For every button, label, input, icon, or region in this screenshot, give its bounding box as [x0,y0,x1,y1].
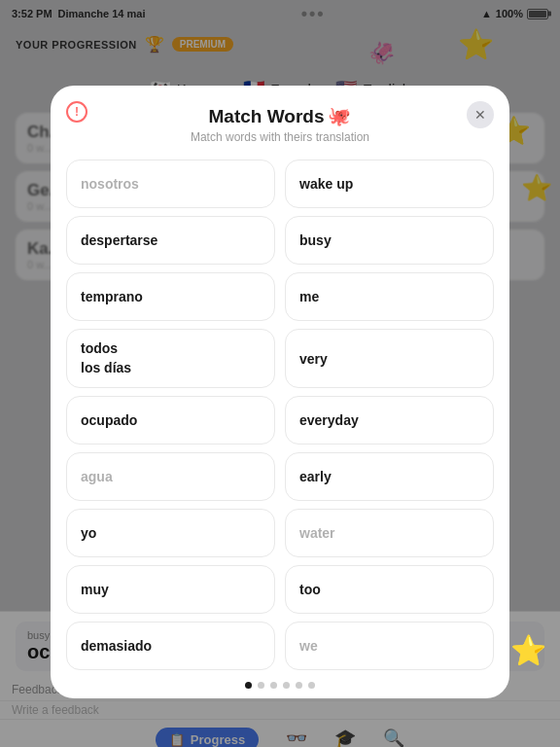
word-card-right-5[interactable]: early [285,452,494,501]
status-left: 3:52 PM Dimanche 14 mai [12,8,145,19]
word-card-left-1[interactable]: despertarse [66,216,275,265]
word-row-7: muy too [66,565,494,614]
word-card-left-7[interactable]: muy [66,565,275,614]
pagination-dot-1 [258,682,264,689]
word-card-left-6[interactable]: yo [66,509,275,557]
modal-title-emoji: 🐙 [328,105,351,127]
word-card-right-8[interactable]: we [285,622,494,670]
word-row-2: temprano me [66,272,494,321]
status-bar: 3:52 PM Dimanche 14 mai ••• ▲ 100% [0,0,560,27]
word-card-left-3[interactable]: todoslos días [66,329,275,388]
pagination-dot-2 [270,682,277,689]
pagination-dot-5 [308,682,315,689]
status-right: ▲ 100% [481,8,548,19]
word-card-left-5[interactable]: agua [66,452,275,501]
pagination-dot-3 [283,682,290,689]
battery-fill [529,11,546,18]
word-card-left-8[interactable]: demasiado [66,622,275,670]
battery-icon [527,9,548,19]
status-time: 3:52 PM [12,8,52,19]
modal-title: Match Words 🐙 [70,105,490,127]
match-words-modal: ! Match Words 🐙 Match words with theirs … [51,86,509,698]
word-card-right-1[interactable]: busy [285,216,494,265]
word-row-3: todoslos días very [66,329,494,388]
word-card-right-4[interactable]: everyday [285,396,494,445]
word-card-left-0[interactable]: nosotros [66,160,275,208]
word-card-left-4[interactable]: ocupado [66,396,275,445]
pagination-dot-4 [296,682,302,689]
status-dots: ••• [301,4,326,24]
word-card-right-7[interactable]: too [285,565,494,614]
word-card-left-2[interactable]: temprano [66,272,275,321]
word-row-8: demasiado we [66,622,494,670]
word-card-right-6[interactable]: water [285,509,494,557]
modal-subtitle: Match words with theirs translation [70,130,490,144]
word-grid: nosotros wake up despertarse busy tempra… [51,154,509,672]
word-card-right-3[interactable]: very [285,329,494,388]
word-card-right-0[interactable]: wake up [285,160,494,208]
close-button[interactable]: ✕ [467,101,494,128]
info-icon[interactable]: ! [66,101,88,123]
status-date: Dimanche 14 mai [58,8,146,19]
modal-title-text: Match Words [209,106,325,127]
word-row-0: nosotros wake up [66,160,494,208]
wifi-icon: ▲ [481,8,492,19]
pagination [51,672,509,698]
word-row-1: despertarse busy [66,216,494,265]
battery-percent: 100% [496,8,523,19]
word-card-right-2[interactable]: me [285,272,494,321]
modal-header: ! Match Words 🐙 Match words with theirs … [51,86,509,154]
pagination-dot-0 [245,682,252,689]
word-row-4: ocupado everyday [66,396,494,445]
word-row-5: agua early [66,452,494,501]
word-row-6: yo water [66,509,494,557]
